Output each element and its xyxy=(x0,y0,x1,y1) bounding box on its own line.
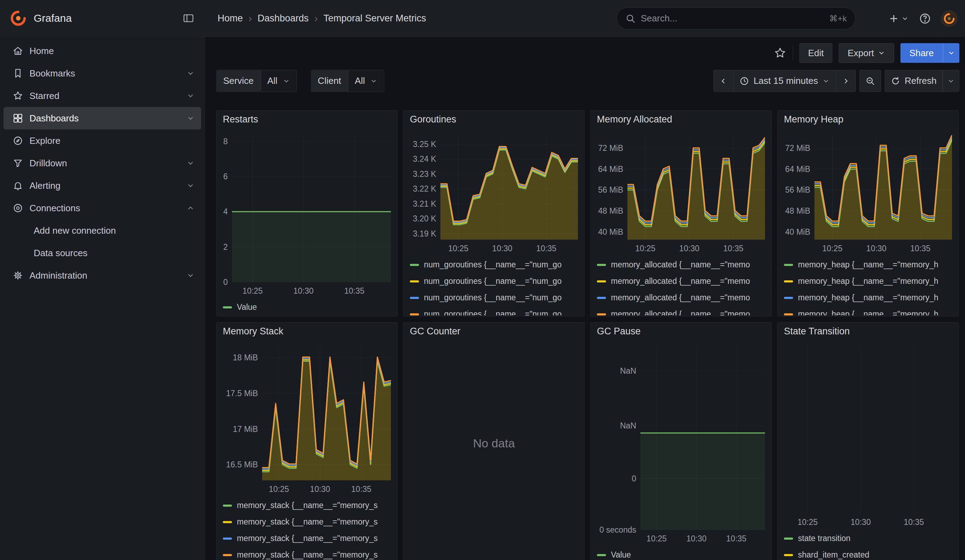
search-input[interactable] xyxy=(641,13,824,24)
edit-button[interactable]: Edit xyxy=(799,43,833,63)
x-axis-label: 10:25 xyxy=(443,244,474,253)
sidebar-item-data-sources[interactable]: Data sources xyxy=(3,242,201,264)
legend-item[interactable]: memory_allocated {__name__="memo xyxy=(597,289,765,306)
edit-label: Edit xyxy=(808,48,824,59)
chart-canvas[interactable] xyxy=(815,135,952,240)
legend-item[interactable]: Value xyxy=(597,547,765,560)
sidebar-item-explore[interactable]: Explore xyxy=(3,129,201,152)
legend-swatch xyxy=(410,313,419,315)
search-box[interactable]: ⌘+k xyxy=(617,7,855,29)
panel-title[interactable]: Memory Heap xyxy=(784,111,952,128)
chart-canvas[interactable] xyxy=(262,347,391,480)
legend-item[interactable]: memory_allocated {__name__="memo xyxy=(597,273,765,289)
sidebar-item-alerting[interactable]: Alerting xyxy=(3,175,201,197)
legend-item[interactable]: shard_item_created xyxy=(784,547,952,560)
refresh-main-button[interactable]: Refresh xyxy=(885,70,942,92)
x-axis-label: 10:30 xyxy=(860,244,892,253)
legend-item[interactable]: state transition xyxy=(784,530,952,547)
service-variable-value[interactable]: All xyxy=(261,70,297,92)
legend-item[interactable]: Value xyxy=(223,299,391,315)
client-variable[interactable]: Client All xyxy=(311,70,384,92)
sidebar-item-home[interactable]: Home xyxy=(3,40,201,62)
sidebar-toggle-icon[interactable] xyxy=(183,12,195,24)
legend-swatch xyxy=(223,554,232,556)
breadcrumb-home[interactable]: Home xyxy=(218,13,243,24)
panel-legend: Value xyxy=(223,299,391,315)
panel-title[interactable]: Goroutines xyxy=(410,111,578,128)
chart-area: 86420 xyxy=(223,135,391,282)
sidebar-item-drilldown[interactable]: Drilldown xyxy=(3,152,201,175)
legend-item[interactable]: memory_heap {__name__="memory_h xyxy=(784,289,952,306)
legend-swatch xyxy=(597,313,606,315)
sidebar-item-starred[interactable]: Starred xyxy=(3,85,201,107)
panel-title[interactable]: GC Pause xyxy=(597,322,765,340)
legend-item[interactable]: num_goroutines {__name__="num_go xyxy=(410,273,578,289)
share-caret[interactable] xyxy=(943,43,959,63)
time-forward-button[interactable] xyxy=(836,70,856,92)
legend-item[interactable]: memory_heap {__name__="memory_h xyxy=(784,306,952,315)
favorite-star-button[interactable] xyxy=(774,47,787,59)
y-axis-label: 3.25 K xyxy=(410,140,436,149)
bell-icon xyxy=(13,180,23,191)
clock-icon xyxy=(739,76,749,86)
chart-canvas[interactable] xyxy=(786,347,952,513)
panel-title[interactable]: State Transition xyxy=(784,322,952,340)
share-label[interactable]: Share xyxy=(900,43,943,63)
sidebar-item-connections[interactable]: Connections xyxy=(3,197,201,219)
sidebar-item-label: Explore xyxy=(29,136,61,146)
legend-item[interactable]: num_goroutines {__name__="num_go xyxy=(410,256,578,273)
time-range-button[interactable]: Last 15 minutes xyxy=(734,70,836,92)
time-back-button[interactable] xyxy=(713,70,734,92)
legend-item[interactable]: num_goroutines {__name__="num_go xyxy=(410,306,578,315)
y-axis-label: 64 MiB xyxy=(784,165,810,174)
legend-item[interactable]: memory_stack {__name__="memory_s xyxy=(223,547,391,560)
legend-item[interactable]: memory_heap {__name__="memory_h xyxy=(784,256,952,273)
chevron-down-icon xyxy=(283,77,290,85)
legend-swatch xyxy=(597,280,606,282)
sidebar-item-add-new-connection[interactable]: Add new connection xyxy=(3,219,201,242)
main-content: Edit Export Share Service All Client All xyxy=(205,37,965,560)
panel-grid: Restarts8642010:2510:3010:35ValueGorouti… xyxy=(216,110,959,560)
breadcrumb-dashboards[interactable]: Dashboards xyxy=(258,13,309,24)
add-new-button[interactable] xyxy=(888,13,909,24)
top-nav: Grafana Home › Dashboards › Temporal Ser… xyxy=(0,0,965,37)
x-axis-label: 10:25 xyxy=(792,518,823,527)
sidebar-item-administration[interactable]: Administration xyxy=(3,264,201,287)
legend-item[interactable]: num_goroutines {__name__="num_go xyxy=(410,289,578,306)
refresh-interval-caret[interactable] xyxy=(942,70,959,92)
legend-item[interactable]: memory_stack {__name__="memory_s xyxy=(223,530,391,547)
chart-canvas[interactable] xyxy=(627,135,765,240)
dashboards-icon xyxy=(13,113,23,124)
chart-canvas[interactable] xyxy=(232,135,391,282)
export-button[interactable]: Export xyxy=(839,43,894,63)
legend-item-label: memory_stack {__name__="memory_s xyxy=(237,534,378,543)
panel-gc-pause: GC PauseNaNNaN00 seconds10:2510:3010:35V… xyxy=(590,322,772,560)
sidebar-item-bookmarks[interactable]: Bookmarks xyxy=(3,62,201,85)
legend-item[interactable]: memory_heap {__name__="memory_h xyxy=(784,273,952,289)
panel-title[interactable]: Memory Allocated xyxy=(597,111,765,128)
sidebar-item-dashboards[interactable]: Dashboards xyxy=(3,107,201,129)
search-shortcut: ⌘+k xyxy=(829,14,847,23)
star-icon xyxy=(13,90,23,101)
panel-title[interactable]: GC Counter xyxy=(410,322,578,340)
legend-item[interactable]: memory_stack {__name__="memory_s xyxy=(223,514,391,530)
legend-item[interactable]: memory_stack {__name__="memory_s xyxy=(223,497,391,514)
x-axis: 10:2510:3010:35 xyxy=(597,530,765,545)
refresh-button[interactable]: Refresh xyxy=(885,70,959,92)
client-variable-value[interactable]: All xyxy=(348,70,384,92)
grafana-logo[interactable] xyxy=(10,10,27,27)
help-button[interactable] xyxy=(919,12,931,25)
user-avatar[interactable] xyxy=(941,11,957,27)
chart-canvas[interactable] xyxy=(440,135,578,240)
legend-item[interactable]: memory_allocated {__name__="memo xyxy=(597,306,765,315)
legend-item[interactable]: memory_allocated {__name__="memo xyxy=(597,256,765,273)
zoom-out-button[interactable] xyxy=(859,70,881,92)
service-variable[interactable]: Service All xyxy=(216,70,297,92)
panel-title[interactable]: Restarts xyxy=(223,111,391,128)
y-axis-label: 2 xyxy=(223,242,228,251)
time-controls: Last 15 minutes Refresh xyxy=(713,70,959,92)
share-button[interactable]: Share xyxy=(900,43,959,63)
chart-canvas[interactable] xyxy=(640,347,765,530)
panel-memory-stack: Memory Stack18 MiB17.5 MiB17 MiB16.5 MiB… xyxy=(216,322,397,560)
panel-title[interactable]: Memory Stack xyxy=(223,322,391,340)
